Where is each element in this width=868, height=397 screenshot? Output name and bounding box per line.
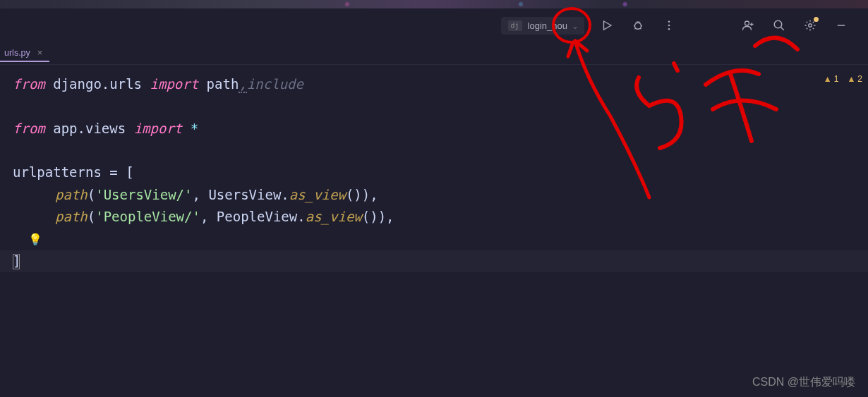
svg-point-5 [774, 20, 782, 28]
file-tab-urls[interactable]: urls.py × [0, 44, 49, 62]
debug-button[interactable] [625, 13, 651, 38]
notification-dot [814, 17, 819, 22]
code-line-9: ] [0, 250, 868, 272]
intention-bulb-row: 💡 [13, 228, 868, 250]
run-button[interactable] [594, 13, 620, 38]
svg-point-2 [668, 25, 670, 27]
search-everywhere-button[interactable] [766, 13, 792, 38]
chevron-down-icon: ⌄ [573, 22, 577, 30]
more-vertical-icon [663, 19, 675, 32]
tab-filename: urls.py [4, 48, 30, 58]
code-line-7: path('PeopleView/', PeopleView.as_view()… [13, 206, 868, 228]
more-actions-button[interactable] [656, 13, 682, 38]
window-top-decoration [0, 0, 868, 8]
minimize-icon [835, 19, 848, 32]
code-editor[interactable]: from django.urls import path,include fro… [0, 65, 868, 272]
bug-icon [632, 19, 644, 32]
close-tab-icon[interactable]: × [37, 47, 43, 58]
code-with-me-button[interactable] [735, 13, 761, 38]
settings-button[interactable] [797, 13, 823, 38]
code-line-3: from app.views import * [13, 118, 868, 140]
svg-point-1 [668, 20, 670, 23]
code-line-1: from django.urls import path,include [13, 73, 868, 95]
add-user-icon [742, 19, 754, 32]
watermark: CSDN @世伟爱吗喽 [752, 375, 855, 390]
svg-point-4 [745, 21, 749, 25]
django-badge: dj [508, 20, 522, 31]
code-line-6: path('UsersView/', UsersView.as_view()), [13, 184, 868, 206]
run-configuration-selector[interactable]: dj login_hou ⌄ [501, 17, 584, 35]
svg-point-6 [809, 24, 812, 28]
search-icon [773, 19, 785, 32]
run-config-name: login_hou [528, 20, 567, 31]
code-line-5: urlpatterns = [ [13, 161, 868, 183]
minimize-button[interactable] [828, 13, 854, 38]
code-line-2 [13, 95, 868, 117]
lightbulb-icon[interactable]: 💡 [28, 231, 42, 249]
code-line-4 [13, 140, 868, 161]
editor-tab-bar: urls.py × [0, 42, 868, 65]
play-icon [601, 19, 613, 32]
svg-point-3 [668, 28, 670, 30]
main-toolbar: dj login_hou ⌄ [0, 8, 868, 42]
